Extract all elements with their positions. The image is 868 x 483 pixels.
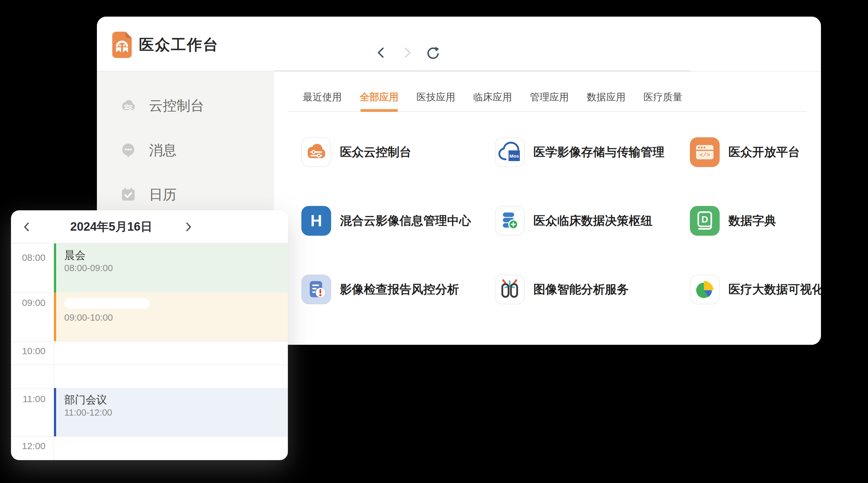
redacted-event-title [64,298,150,309]
report-risk-icon [301,275,331,304]
app-label: 影像检查报告风控分析 [340,282,459,297]
sidebar-item-cloud-console[interactable]: 云控制台 [97,84,274,128]
tab-data-apps[interactable]: 数据应用 [587,91,626,111]
svg-text:H: H [310,212,322,230]
time-label: 09:00 [11,297,45,309]
refresh-button[interactable] [426,45,440,60]
app-label: 混合云影像信息管理中心 [340,213,471,229]
forward-icon [400,45,414,60]
hybrid-cloud-imaging-icon: H [301,206,331,236]
tab-medtech-apps[interactable]: 医技应用 [416,91,455,111]
tab-medical-quality[interactable]: 医疗质量 [644,91,682,111]
app-open-platform[interactable]: </> 医众开放平台 [690,137,821,167]
app-logo-icon [112,32,132,58]
back-icon [374,45,389,60]
calendar-icon [120,186,137,203]
svg-text:</>: </> [700,152,710,159]
half-hour-divider [11,364,288,365]
time-label: 10:00 [11,345,45,357]
event-time: 09:00-10:00 [64,311,288,324]
hour-divider [11,436,288,437]
time-label: 12:00 [11,440,45,452]
app-label: 医众临床数据决策枢纽 [533,213,653,229]
app-cloud-console[interactable]: 医众云控制台 [301,137,495,167]
calendar-event-department-meeting[interactable]: 部门会议 11:00-12:00 [54,388,288,436]
sidebar-item-label: 云控制台 [149,97,204,115]
sidebar-item-label: 消息 [149,141,177,160]
big-data-viz-icon [690,275,719,304]
sidebar-item-label: 日历 [149,186,177,204]
app-hybrid-cloud-imaging[interactable]: H 混合云影像信息管理中心 [301,206,495,236]
forward-button[interactable] [400,45,414,60]
cloud-console-icon [302,137,331,167]
app-clinical-data-hub[interactable]: 医众临床数据决策枢纽 [495,206,690,236]
app-title: 医众工作台 [139,32,219,58]
chevron-right-icon [181,220,195,234]
app-label: 医疗大数据可视化 [728,282,821,297]
content-area: 最近使用 全部应用 医技应用 临床应用 管理应用 数据应用 医疗质量 [274,71,821,345]
tab-all-apps[interactable]: 全部应用 [360,91,399,111]
sidebar-item-messages[interactable]: 消息 [97,128,274,172]
clinical-data-hub-icon [495,206,524,236]
calendar-panel: 2024年5月16日 08:00 09:00 10:00 11:00 12:00… [11,210,288,460]
refresh-icon [426,45,440,60]
next-day-button[interactable] [181,220,195,234]
app-label: 医学影像存储与传输管理 [533,144,664,160]
app-data-dictionary[interactable]: D 数据字典 [690,206,821,236]
hour-divider [11,341,288,342]
calendar-event-redacted[interactable]: 09:00-10:00 [54,292,288,341]
open-platform-icon: </> [690,137,720,167]
calendar-header: 2024年5月16日 [11,210,288,244]
chat-icon [120,141,137,159]
cloud-icon [120,97,137,115]
event-title: 部门会议 [64,393,288,406]
data-dictionary-icon: D [690,206,720,236]
svg-text:Mos: Mos [509,153,519,159]
prev-day-button[interactable] [20,220,34,234]
app-image-ai-analysis[interactable]: 图像智能分析服务 [495,275,690,304]
event-time: 08:00-09:00 [64,262,288,274]
app-label: 医众开放平台 [728,144,800,160]
chevron-left-icon [20,220,34,234]
calendar-date: 2024年5月16日 [49,210,174,243]
tab-clinical-apps[interactable]: 临床应用 [473,91,512,111]
medical-image-storage-icon: Mos [495,137,524,167]
app-grid: 医众云控制台 Mos 医学影像存储与传输管理 [274,112,821,345]
time-label: 11:00 [11,393,45,405]
app-report-risk-analysis[interactable]: 影像检查报告风控分析 [301,275,495,304]
svg-text:D: D [702,214,708,224]
image-ai-icon [495,275,524,304]
event-time: 11:00-12:00 [64,406,288,419]
time-label: 08:00 [11,252,45,263]
app-big-data-visualization[interactable]: 医疗大数据可视化 [690,275,821,304]
app-label: 数据字典 [728,213,776,229]
tab-bar: 最近使用 全部应用 医技应用 临床应用 管理应用 数据应用 医疗质量 [288,71,806,112]
nav-bar [374,45,440,60]
tab-management-apps[interactable]: 管理应用 [530,91,569,111]
app-label: 图像智能分析服务 [533,282,629,297]
calendar-body: 08:00 09:00 10:00 11:00 12:00 晨会 08:00-0… [11,244,288,460]
tab-recently-used[interactable]: 最近使用 [303,91,342,111]
event-title: 晨会 [64,249,288,262]
back-button[interactable] [374,45,389,60]
window-header: 医众工作台 [97,17,821,71]
app-medical-image-storage[interactable]: Mos 医学影像存储与传输管理 [495,137,690,167]
calendar-event-morning-meeting[interactable]: 晨会 08:00-09:00 [54,244,288,292]
app-label: 医众云控制台 [340,144,411,160]
